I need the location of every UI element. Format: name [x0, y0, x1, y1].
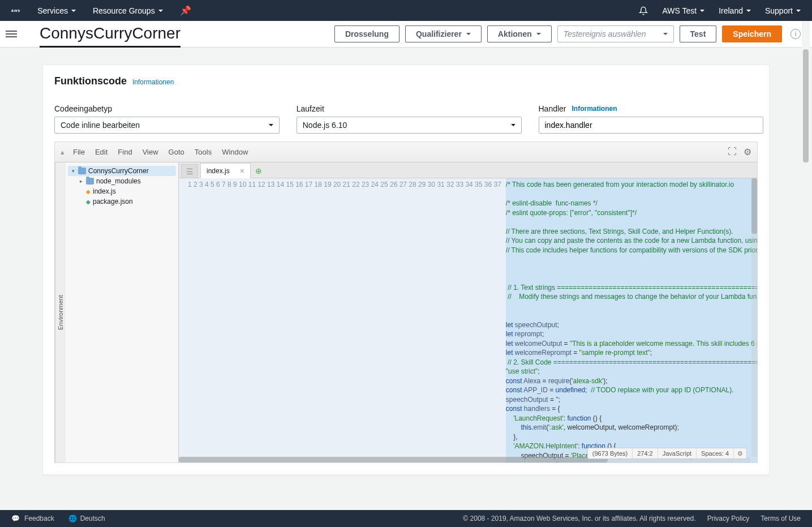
tab-outline-icon[interactable]: ☰ [181, 164, 198, 178]
caret-down-icon [269, 124, 273, 126]
ide-menu-find[interactable]: Find [118, 148, 132, 156]
code-entry-select[interactable]: Code inline bearbeiten [54, 117, 280, 134]
actions-button[interactable]: Aktionen [487, 25, 552, 42]
pin-icon[interactable]: 📌 [180, 5, 191, 16]
tree-node-modules[interactable]: ▸node_modules [68, 176, 176, 186]
cloud9-ide: ▴ FileEditFindViewGotoToolsWindow ⛶ ⚙ En… [54, 142, 758, 463]
ide-menu-view[interactable]: View [143, 148, 158, 156]
function-header: ConnysCurryCorner Drosselung Qualifizier… [0, 21, 812, 48]
editor-tab-active[interactable]: index.js× [200, 163, 251, 178]
caret-down-icon [746, 10, 751, 12]
handler-info-link[interactable]: Informationen [572, 105, 617, 113]
code-entry-label: Codeeingabetyp [54, 104, 280, 113]
folder-icon [86, 178, 94, 185]
gear-icon[interactable]: ⚙ [734, 449, 746, 459]
status-language: JavaScript [658, 448, 697, 459]
panel-title: Funktionscode [54, 75, 127, 87]
nav-support[interactable]: Support [765, 6, 801, 15]
gear-icon[interactable]: ⚙ [744, 147, 751, 157]
tree-index-js[interactable]: ◆index.js [68, 186, 176, 196]
code-editor[interactable]: 1 2 3 4 5 6 7 8 9 10 11 12 13 14 15 16 1… [179, 178, 757, 462]
caret-down-icon [158, 10, 163, 12]
status-bytes: (9673 Bytes) [588, 448, 633, 459]
collapse-icon[interactable]: ▴ [61, 148, 65, 156]
hamburger-icon[interactable] [6, 29, 17, 39]
bell-icon[interactable] [639, 6, 648, 15]
panel-info-link[interactable]: Informationen [132, 78, 174, 86]
status-cursor: 274:2 [633, 448, 658, 459]
throttle-button[interactable]: Drosselung [334, 25, 399, 42]
ide-menu-tools[interactable]: Tools [195, 148, 212, 156]
ide-menu-window[interactable]: Window [222, 148, 248, 156]
js-file-icon: ◆ [86, 188, 91, 195]
test-event-select[interactable]: Testereignis auswählen [557, 25, 674, 42]
caret-down-icon [466, 33, 471, 35]
help-icon[interactable]: i [790, 29, 801, 39]
test-button[interactable]: Test [680, 25, 717, 42]
nav-region[interactable]: Ireland [719, 6, 751, 15]
ide-menu-file[interactable]: File [73, 148, 85, 156]
aws-logo[interactable]: aws [11, 10, 20, 12]
nav-account[interactable]: AWS Test [662, 6, 704, 15]
add-tab-icon[interactable]: ⊕ [255, 166, 262, 175]
status-spaces: Spaces: 4 [697, 448, 734, 459]
function-name: ConnysCurryCorner [40, 24, 181, 48]
vertical-scrollbar[interactable] [751, 178, 757, 457]
handler-label: Handler [539, 104, 566, 113]
caret-down-icon [71, 10, 76, 12]
caret-down-icon [511, 124, 515, 126]
caret-down-icon [796, 10, 801, 12]
runtime-select[interactable]: Node.js 6.10 [297, 117, 522, 134]
nav-resource-groups[interactable]: Resource Groups [93, 5, 163, 16]
close-icon[interactable]: × [240, 166, 244, 175]
page-scrollbar[interactable] [802, 21, 810, 486]
nav-services[interactable]: Services [37, 5, 76, 16]
caret-down-icon [536, 33, 541, 35]
ide-menu-goto[interactable]: Goto [169, 148, 184, 156]
environment-tab[interactable]: Environment [55, 162, 66, 462]
json-file-icon: ◆ [86, 199, 91, 205]
tree-package-json[interactable]: ◆package.json [68, 196, 176, 207]
folder-icon [78, 168, 86, 174]
fullscreen-icon[interactable]: ⛶ [728, 147, 737, 157]
caret-down-icon [663, 33, 668, 35]
handler-input[interactable] [539, 117, 764, 134]
runtime-label: Laufzeit [297, 104, 522, 113]
ide-menu-edit[interactable]: Edit [95, 148, 108, 156]
aws-topnav: aws Services Resource Groups 📌 AWS Test … [0, 0, 812, 21]
file-tree: ▾ConnysCurryCorner ▸node_modules ◆index.… [66, 162, 179, 462]
qualifier-button[interactable]: Qualifizierer [405, 25, 482, 42]
tree-root[interactable]: ▾ConnysCurryCorner [68, 166, 176, 176]
caret-down-icon [700, 10, 704, 12]
save-button[interactable]: Speichern [722, 25, 782, 42]
editor-status-bar: (9673 Bytes) 274:2 JavaScript Spaces: 4 … [587, 448, 747, 459]
function-code-panel: Funktionscode Informationen Codeeingabet… [42, 65, 770, 475]
